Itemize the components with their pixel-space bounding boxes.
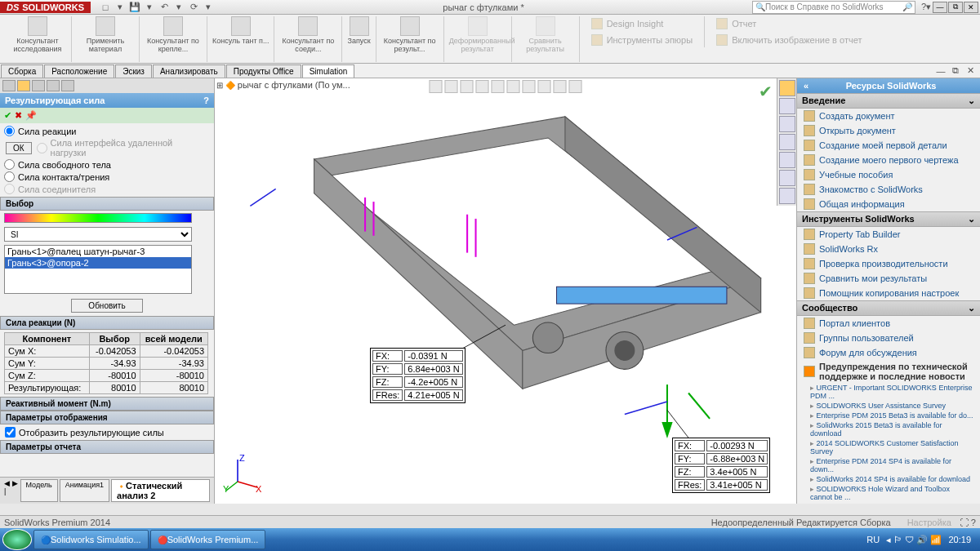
ribbon-deformed-result[interactable]: Деформированный результат (444, 16, 512, 62)
system-tray[interactable]: RU ◂ 🏳 🛡 🔊 📶 20:19 (866, 535, 978, 545)
link-perf[interactable]: Проверка производительности (797, 256, 980, 271)
list-item[interactable]: Грань<1>@палец шатун-рычаг-3 (5, 246, 191, 257)
task-item[interactable]: 🔵 Solidworks Simulatio... (33, 530, 149, 549)
lang-indicator[interactable]: RU (866, 535, 880, 544)
graphics-viewport[interactable]: ⊞ 🔶 рычаг с фтулками (По ум... ✔ ✖ (215, 78, 796, 504)
options-icon[interactable]: ▾ (202, 1, 215, 14)
ok-icon[interactable]: ✔ (4, 110, 11, 121)
news-item[interactable]: SolidWorks 2015 Beta3 is available for d… (797, 420, 980, 438)
list-item[interactable]: Грань<3>@опора-2 (5, 257, 191, 269)
design-library-icon[interactable] (779, 98, 795, 114)
property-manager-tab[interactable] (17, 80, 30, 91)
section-intro[interactable]: Введение⌄ (797, 93, 980, 109)
display-params-header[interactable]: Параметры отображения (0, 411, 214, 424)
news-item[interactable]: SOLIDWORKS Hole Wizard and Toolbox canno… (797, 484, 980, 502)
tab-simulation[interactable]: Simulation (302, 64, 355, 78)
ribbon-results-advisor[interactable]: Консультант по результ... (376, 16, 444, 62)
help-icon[interactable]: ? (203, 96, 209, 105)
link-copy-settings[interactable]: Помощник копирования настроек (797, 286, 980, 300)
tab-evaluate[interactable]: Анализировать (153, 64, 225, 78)
appearances-icon[interactable] (779, 152, 795, 168)
redo-icon[interactable]: ▾ (172, 1, 185, 14)
help-icon[interactable]: ?▾ (920, 1, 933, 14)
view-palette-icon[interactable] (779, 134, 795, 150)
tray-icons[interactable]: ◂ 🏳 🛡 🔊 📶 (886, 535, 942, 545)
link-new-doc[interactable]: Создать документ (797, 109, 980, 123)
undo-icon[interactable]: ↶ (158, 1, 171, 14)
news-item[interactable]: URGENT - Important SOLIDWORKS Enterprise… (797, 383, 980, 401)
link-general-info[interactable]: Общая информация (797, 197, 980, 211)
dim-manager-tab[interactable] (47, 80, 60, 91)
tab-layout[interactable]: Расположение (44, 64, 114, 78)
prev-view-icon[interactable] (461, 80, 474, 93)
ribbon-report[interactable]: Отчет (710, 16, 868, 31)
radio-reaction[interactable]: Сила реакции (4, 125, 210, 137)
ribbon-fixture-advisor[interactable]: Консультант по крепле... (140, 16, 207, 62)
radio-freebody[interactable]: Сила свободного тела (4, 158, 210, 171)
update-button[interactable]: Обновить (71, 299, 142, 313)
print-icon[interactable]: ▾ (143, 1, 156, 14)
view-orient-icon[interactable] (492, 80, 505, 93)
link-first-drawing[interactable]: Создание моего первого чертежа (797, 153, 980, 167)
tab-static-analysis[interactable]: 🔸Статический анализ 2 (111, 479, 210, 502)
minimize-button[interactable]: — (933, 2, 947, 13)
confirm-icon[interactable]: ✔ (759, 82, 773, 101)
link-customer-portal[interactable]: Портал клиентов (797, 316, 980, 331)
ribbon-load-advisor[interactable]: Консуль тант п... (207, 16, 274, 62)
cancel-icon[interactable]: ✖ (15, 110, 22, 121)
help-search[interactable]: 🔍Поиск в Справке по SolidWorks 🔎 (752, 1, 915, 14)
save-icon[interactable]: 💾 (128, 1, 141, 14)
view-triad[interactable]: Z X Y (223, 453, 264, 495)
tab-office[interactable]: Продукты Office (226, 64, 301, 78)
ribbon-study-advisor[interactable]: Консультант исследования (4, 16, 72, 62)
display-manager-tab[interactable] (61, 80, 74, 91)
tab-assembly[interactable]: Сборка (1, 64, 43, 78)
news-item[interactable]: 2014 SOLIDWORKS Customer Satisfaction Su… (797, 438, 980, 456)
close-button[interactable]: ✕ (964, 2, 978, 13)
doc-min-icon[interactable]: — (934, 64, 947, 78)
link-ptb[interactable]: Property Tab Builder (797, 227, 980, 242)
view-settings-icon[interactable] (569, 80, 582, 93)
ribbon-run[interactable]: Запуск (342, 16, 376, 62)
link-first-part[interactable]: Создание моей первой детали (797, 138, 980, 153)
zoom-fit-icon[interactable] (430, 80, 443, 93)
feature-manager-tab[interactable] (2, 80, 16, 91)
tab-model[interactable]: Модель (20, 479, 58, 502)
show-forces-checkbox[interactable]: Отобразить результирующие силы (0, 424, 214, 440)
view-all-link[interactable]: Просмотреть все (797, 502, 980, 504)
news-item[interactable]: Enterprise PDM 2014 SP4 is available for… (797, 456, 980, 474)
file-explorer-icon[interactable] (779, 116, 795, 132)
clock[interactable]: 20:19 (948, 535, 971, 544)
link-tutorials[interactable]: Учебные пособия (797, 167, 980, 182)
ribbon-compare-results[interactable]: Сравнить результаты (512, 16, 580, 62)
status-customize[interactable]: Настройка (907, 518, 951, 527)
radio-contact[interactable]: Сила контакта/трения (4, 171, 210, 183)
display-style-icon[interactable] (507, 80, 520, 93)
link-user-groups[interactable]: Группы пользователей (797, 331, 980, 345)
appearance-icon[interactable] (538, 80, 551, 93)
tab-animation[interactable]: Анимация1 (60, 479, 109, 502)
ok-button[interactable]: ОК (6, 142, 32, 154)
ribbon-connection-advisor[interactable]: Консультант по соеди... (274, 16, 342, 62)
section-community[interactable]: Сообщество⌄ (797, 300, 980, 316)
new-icon[interactable]: □ (99, 1, 112, 14)
ribbon-apply-material[interactable]: Применить материал (72, 16, 140, 62)
flyout-tree[interactable]: ⊞ 🔶 рычаг с фтулками (По ум... (216, 80, 350, 90)
doc-restore-icon[interactable]: ⧉ (949, 64, 962, 78)
open-icon[interactable]: ▾ (114, 1, 127, 14)
resources-tab-icon[interactable] (779, 80, 795, 96)
link-compare[interactable]: Сравнить мои результаты (797, 271, 980, 286)
section-icon[interactable] (476, 80, 489, 93)
news-item[interactable]: SolidWorks 2014 SP4 is available for dow… (797, 474, 980, 484)
link-intro-sw[interactable]: Знакомство с SolidWorks (797, 182, 980, 197)
radio-connector[interactable]: Сила соединителя (4, 183, 210, 195)
face-list[interactable]: Грань<1>@палец шатун-рычаг-3 Грань<3>@оп… (4, 245, 192, 294)
link-rx[interactable]: SolidWorks Rx (797, 242, 980, 256)
report-params-header[interactable]: Параметры отчета (0, 440, 214, 454)
moment-header[interactable]: Реактивный момент (N.m) (0, 397, 214, 411)
doc-close-icon[interactable]: ✕ (964, 64, 977, 78)
forum-icon[interactable] (779, 188, 795, 204)
scene-icon[interactable] (554, 80, 567, 93)
selection-header[interactable]: Выбор (0, 197, 214, 211)
hide-show-icon[interactable] (523, 80, 536, 93)
